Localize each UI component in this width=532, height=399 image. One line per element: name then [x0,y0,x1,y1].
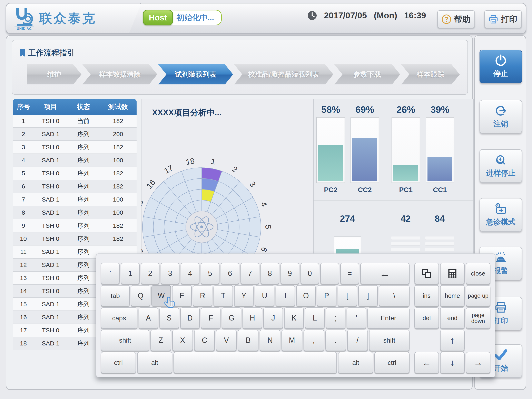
key-ctrl[interactable]: ctrl [101,352,136,373]
key-9[interactable]: 9 [280,263,299,284]
workflow-steps: 维护样本数据清除试剂装载列表校准品/质控品装载列表参数下载样本跟踪 [27,64,460,85]
table-row[interactable]: 8SAD 1序列100 [13,206,137,219]
key-6[interactable]: 6 [221,263,240,284]
arrow-right-key[interactable]: → [466,352,490,373]
key-o[interactable]: O [296,285,316,306]
key-’[interactable]: ’ [347,307,366,329]
sidebar-button-3[interactable]: 进样停止 [480,149,522,183]
table-row[interactable]: 1TSH 0当前182 [13,115,137,128]
key-shift[interactable]: shift [369,330,410,351]
table-cell: 序列 [67,235,100,243]
table-row[interactable]: 7SAD 1序列100 [13,193,137,206]
key-’[interactable]: ’ [101,263,120,284]
arrow-up-key[interactable]: ↑ [440,330,465,351]
layout-switch-key[interactable] [414,263,439,284]
key-a[interactable]: A [139,307,158,329]
key-x[interactable]: X [172,330,193,351]
key-alt[interactable]: alt [338,352,373,373]
help-button[interactable]: ? 帮助 [437,10,475,28]
key-b[interactable]: B [238,330,259,351]
key-i[interactable]: I [276,285,295,306]
key-h[interactable]: H [242,307,262,329]
print-button[interactable]: 打印 [484,10,522,28]
key-d[interactable]: D [180,307,200,329]
key-q[interactable]: Q [131,285,150,306]
key-\[interactable]: \ [379,285,410,306]
key-8[interactable]: 8 [260,263,279,284]
key-alt[interactable]: alt [137,352,172,373]
table-row[interactable]: 9TSH 0序列182 [13,219,137,232]
backspace-key[interactable]: ← [360,263,410,284]
key-u[interactable]: U [255,285,274,306]
key-home[interactable]: home [440,285,465,306]
key-k[interactable]: K [284,307,304,329]
table-row[interactable]: 2SAD 1序列200 [13,128,137,141]
table-row[interactable]: 5TSH 0序列182 [13,167,137,180]
key-/[interactable]: / [347,330,368,351]
workflow-step-6[interactable]: 样本跟踪 [401,64,460,85]
table-row[interactable]: 3TSH 0序列182 [13,141,137,154]
key-n[interactable]: N [260,330,280,351]
key-shift[interactable]: shift [101,330,149,351]
key-r[interactable]: R [193,285,212,306]
virtual-keyboard[interactable]: ’1234567890-=←closetabQWERTYUIOP[]\insho… [96,254,495,377]
key-del[interactable]: del [414,307,439,329]
table-cell: 3 [13,144,34,151]
key-y[interactable]: Y [234,285,253,306]
key-.[interactable]: . [325,330,346,351]
key-m[interactable]: M [282,330,302,351]
key-page down[interactable]: page down [466,307,490,329]
key-page up[interactable]: page up [466,285,490,306]
key-f[interactable]: F [201,307,221,329]
close-keyboard-key[interactable]: close [466,263,490,284]
calculator-key[interactable] [440,263,465,284]
key-t[interactable]: T [214,285,233,306]
sidebar-button-1[interactable]: 停止 [480,50,522,83]
key-e[interactable]: E [172,285,191,306]
key-caps[interactable]: caps [101,307,137,329]
workflow-step-2[interactable]: 样本数据清除 [82,64,157,85]
key-1[interactable]: 1 [121,263,140,284]
key-ctrl[interactable]: ctrl [374,352,410,373]
sidebar-button-2[interactable]: 注销 [480,100,522,133]
key-2[interactable]: 2 [141,263,160,284]
key-j[interactable]: J [263,307,283,329]
key-c[interactable]: C [194,330,215,351]
table-row[interactable]: 10TSH 0序列182 [13,232,137,245]
workflow-step-3[interactable]: 试剂装载列表 [158,64,233,85]
key-end[interactable]: end [440,307,465,329]
key--[interactable]: - [320,263,339,284]
key-v[interactable]: V [216,330,237,351]
key-;[interactable]: ; [326,307,345,329]
key-7[interactable]: 7 [241,263,259,284]
key-z[interactable]: Z [151,330,171,351]
arrow-left-key[interactable]: ← [414,352,439,373]
table-cell: 序列 [67,287,100,295]
key-p[interactable]: P [317,285,336,306]
key-enter[interactable]: Enter [367,307,410,329]
workflow-step-4[interactable]: 校准品/质控品装载列表 [234,64,333,85]
key-w[interactable]: W [152,285,171,306]
key-g[interactable]: G [222,307,241,329]
key-tab[interactable]: tab [101,285,130,306]
workflow-step-1[interactable]: 维护 [27,64,82,85]
sidebar-button-label: 报警 [494,266,508,276]
key-ins[interactable]: ins [414,285,439,306]
arrow-down-key[interactable]: ↓ [440,352,465,373]
space-key[interactable] [173,352,337,373]
key-3[interactable]: 3 [161,263,179,284]
gauge-divider-horizontal [314,201,473,201]
workflow-step-5[interactable]: 参数下载 [334,64,400,85]
key-=[interactable]: = [340,263,359,284]
key-5[interactable]: 5 [201,263,219,284]
key-0[interactable]: 0 [300,263,319,284]
key-4[interactable]: 4 [181,263,199,284]
table-row[interactable]: 4SAD 1序列100 [13,154,137,167]
key-s[interactable]: S [159,307,179,329]
key-[[interactable]: [ [338,285,357,306]
key-l[interactable]: L [305,307,325,329]
sidebar-button-4[interactable]: 急诊模式 [480,198,522,232]
key-][interactable]: ] [358,285,378,306]
table-row[interactable]: 6TSH 0序列182 [13,180,137,193]
key-,[interactable]: , [304,330,324,351]
